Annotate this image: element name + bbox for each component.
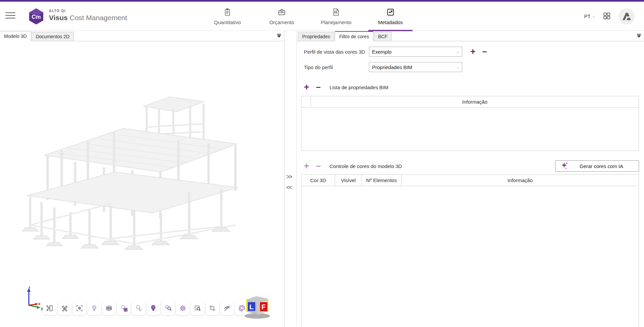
user-avatar[interactable] [619,8,635,24]
clipboard-icon [223,8,232,18]
hamburger-menu-button[interactable] [5,10,15,19]
brand-text: ALTO QI Visus Cost Management [49,9,127,21]
bulb-solid-icon[interactable] [146,301,160,315]
bulb-square-icon[interactable] [131,301,146,315]
main-nav: Quantitativo Orçamento [205,2,413,31]
nav-label: Planejamento [321,19,352,25]
view-cube[interactable]: L F [242,294,272,319]
column-header-cor-3d: Cor 3D [302,175,335,186]
section-cut-icon[interactable] [43,301,57,315]
chevron-down-icon: ⌄ [457,65,459,69]
add-bim-property-button[interactable]: + [304,83,309,92]
svg-text:x: x [38,301,41,306]
svg-text:F: F [262,303,266,311]
nav-tab-orcamento[interactable]: Orçamento [260,2,304,31]
panel-collapse-filter-icon[interactable] [637,34,641,38]
layers-icon[interactable] [102,301,116,315]
gear-icon[interactable] [176,301,190,315]
collapse-panel-button[interactable]: << [286,184,291,191]
bulb-light-icon[interactable] [87,301,101,315]
svg-text:Cm: Cm [32,14,41,20]
axis-indicator: z x y [23,286,45,311]
chevron-down-icon: ⌄ [457,50,459,54]
hide-elements-icon[interactable] [220,301,234,315]
color-control-table-body[interactable] [302,186,639,327]
bulb-grid-icon[interactable] [117,301,131,315]
nav-tab-planejamento[interactable]: Planejamento [314,2,358,31]
3d-building-model [21,84,242,252]
right-panel: Propriedades Filtro de cores BCF Perfil … [297,31,644,327]
left-panel: Modelo 3D Documentos 2D [0,31,284,327]
main-area: Modelo 3D Documentos 2D [0,31,644,327]
bulb-search-icon[interactable] [161,301,175,315]
chevron-down-icon: ⌄ [592,14,595,18]
language-selector[interactable]: PT⌄ [584,13,595,19]
color-control-section-header: + − Controle de cores do modelo 3D Gerar… [301,160,639,172]
bim-properties-table: Informação [301,96,639,151]
header-right-controls: PT⌄ [584,2,635,31]
remove-color-rule-button[interactable]: − [316,162,321,170]
crop-icon[interactable] [205,301,219,315]
app-logo: Cm [28,8,45,25]
nav-label: Orçamento [269,19,294,25]
panel-collapse-filter-icon[interactable] [277,34,281,38]
nav-tab-metadados[interactable]: Metadados [368,2,413,31]
focus-target-icon[interactable] [72,301,87,315]
altoqi-logo-icon [622,12,632,21]
color-control-table: Cor 3D Visível Nº Elementos Informação [301,174,639,327]
app-header: Cm ALTO QI Visus Cost Management Quantit… [0,2,644,31]
svg-text:z: z [28,286,31,290]
add-profile-button[interactable]: + [470,47,476,56]
section-title: Lista de propriedades BIM [329,85,388,90]
column-header-empty [302,96,311,107]
profile-view-select[interactable]: Exemplo ⌄ [369,47,462,57]
tab-filtro-de-cores[interactable]: Filtro de cores [335,31,373,41]
add-color-rule-button[interactable]: + [304,162,309,171]
viewer-toolbar [43,301,249,315]
document-search-icon [332,8,340,18]
bim-properties-table-body[interactable] [302,108,639,151]
svg-text:L: L [250,303,254,311]
filtro-de-cores-content: Perfil de vista das cores 3D Exemplo ⌄ +… [297,41,644,327]
column-header-informacao: Informação [401,175,639,186]
generate-colors-ai-button[interactable]: Gerar cores com IA [555,160,639,172]
3d-viewer[interactable]: z x y [0,41,284,327]
metadata-chart-icon [386,8,395,18]
tab-modelo-3d[interactable]: Modelo 3D [0,31,31,41]
expand-panel-button[interactable]: >> [286,173,291,180]
nav-label: Quantitativo [214,19,241,25]
zoom-region-icon[interactable] [191,301,205,315]
panel-splitter: >> << [284,31,297,327]
sparkles-icon [560,161,569,171]
profile-view-label: Perfil de vista das cores 3D [301,49,369,55]
tab-bcf[interactable]: BCF [374,32,392,41]
column-header-n-elementos: Nº Elementos [362,175,401,186]
measure-pens-icon[interactable] [58,301,72,315]
bim-properties-section-header: + − Lista de propriedades BIM [301,83,639,92]
column-header-informacao: Informação [311,96,639,107]
apps-grid-icon[interactable] [602,11,611,21]
column-header-visivel: Visível [335,175,362,186]
profile-type-label: Tipo do perfil [301,64,369,70]
nav-tab-quantitativo[interactable]: Quantitativo [205,2,250,31]
tab-documentos-2d[interactable]: Documentos 2D [32,32,74,41]
tab-propriedades[interactable]: Propriedades [298,32,334,41]
right-tabstrip: Propriedades Filtro de cores BCF [297,31,644,41]
left-tabstrip: Modelo 3D Documentos 2D [0,31,284,41]
remove-bim-property-button[interactable]: − [316,83,321,92]
section-title: Controle de cores do modelo 3D [329,163,402,169]
remove-profile-button[interactable]: − [482,48,487,56]
briefcase-icon [277,8,286,18]
profile-type-select[interactable]: Propriedades BIM ⌄ [369,62,462,72]
nav-label: Metadados [378,19,403,25]
